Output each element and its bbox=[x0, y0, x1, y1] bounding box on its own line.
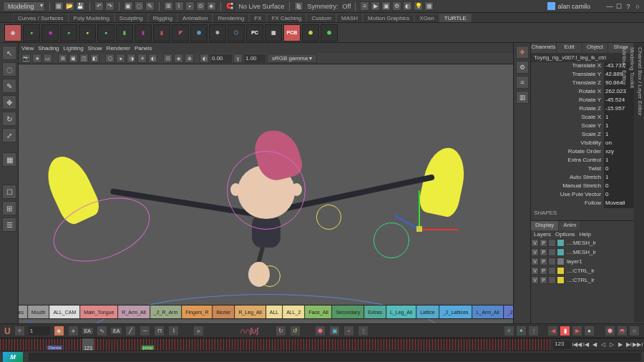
current-frame-field[interactable]: 123 bbox=[553, 341, 572, 349]
picker-button[interactable]: L_Leg_All bbox=[386, 305, 416, 318]
save-icon[interactable]: 💾 bbox=[76, 1, 85, 11]
red-flag-icon[interactable]: ▮ bbox=[560, 326, 570, 336]
user-avatar-icon[interactable] bbox=[547, 2, 555, 10]
linear-tangent-icon[interactable]: ╱ bbox=[125, 326, 136, 336]
step-back-icon[interactable]: ◀ bbox=[591, 341, 598, 348]
viewport-menu[interactable]: View bbox=[21, 45, 34, 52]
picker-button[interactable]: L_Arm_All bbox=[473, 305, 504, 318]
side-tab[interactable]: Modeling Toolkit bbox=[628, 43, 636, 323]
shelf-tab[interactable]: XGen bbox=[414, 14, 439, 22]
shelf-tab[interactable]: FX Caching bbox=[267, 14, 307, 22]
layer-name[interactable]: layer1 bbox=[567, 258, 582, 265]
layer-visibility-toggle[interactable]: V bbox=[531, 276, 539, 284]
shelf-tab[interactable]: MASH bbox=[336, 14, 363, 22]
shelf-icon[interactable]: ▦ bbox=[265, 24, 282, 41]
picker-button[interactable]: R_Arm_All bbox=[118, 305, 150, 318]
window-minimize-icon[interactable]: — bbox=[606, 3, 613, 10]
shelf-tab[interactable]: Rendering bbox=[213, 14, 249, 22]
shelf-icon[interactable]: ▮ bbox=[135, 24, 152, 41]
weighted-tangent-icon[interactable]: ⌇ bbox=[168, 326, 179, 336]
tool-settings-icon[interactable]: ⚙ bbox=[516, 61, 529, 74]
picker-button[interactable]: _2_R_Arm bbox=[150, 305, 182, 318]
viewport-menu[interactable]: Shading bbox=[38, 45, 59, 52]
select-tool-icon[interactable]: ↖ bbox=[2, 46, 16, 60]
layer-visibility-toggle[interactable]: V bbox=[531, 258, 539, 265]
selected-node-name[interactable]: Toyrig_rig_v007:l_leg_ik_ctrl bbox=[531, 53, 634, 62]
next-key-icon[interactable]: ▹ bbox=[193, 326, 204, 336]
layer-name[interactable]: ...:CTRL_lr bbox=[567, 277, 595, 283]
select-icon[interactable]: ▣ bbox=[124, 1, 133, 11]
symmetry-icon[interactable]: ⧎ bbox=[294, 1, 303, 11]
snap-grid-icon[interactable]: ⊞ bbox=[164, 1, 173, 11]
picker-button[interactable]: R_Leg_All bbox=[235, 305, 265, 318]
layer-menu[interactable]: Help bbox=[580, 231, 591, 238]
view-lights-icon[interactable]: ☀ bbox=[137, 54, 147, 63]
viewport-menu[interactable]: Lighting bbox=[64, 45, 84, 52]
layer-name[interactable]: ...:MESH_lr bbox=[567, 240, 596, 246]
tangent-icon[interactable]: ∿ bbox=[97, 326, 107, 336]
picker-button[interactable]: Lattice bbox=[416, 305, 439, 318]
set-key-icon[interactable]: ⎆ bbox=[68, 326, 79, 336]
open-icon[interactable]: 📂 bbox=[65, 1, 74, 11]
picker-button[interactable]: Mouth bbox=[28, 305, 49, 318]
cycle-offset-icon[interactable]: ↺ bbox=[290, 326, 301, 336]
play-back-icon[interactable]: ◁ bbox=[600, 341, 607, 348]
timeline-marker[interactable]: jump bbox=[142, 346, 154, 350]
side-tab[interactable]: Channel Box / Layer Editor bbox=[636, 43, 644, 323]
shelf-icon[interactable]: ● bbox=[23, 24, 40, 41]
shelf-tab[interactable]: Animation bbox=[177, 14, 213, 22]
hypershade-icon[interactable]: ◐ bbox=[403, 1, 412, 11]
shelf-icon[interactable]: ● bbox=[97, 24, 114, 41]
layer-name[interactable]: ...:MESH_lr bbox=[567, 249, 596, 255]
cycle-icon[interactable]: ↻ bbox=[275, 326, 286, 336]
view-textured-icon[interactable]: ◑ bbox=[127, 54, 136, 63]
goto-start-icon[interactable]: I◀◀ bbox=[573, 341, 581, 348]
shelf-tab[interactable]: TURTLE bbox=[439, 14, 472, 22]
picker-button[interactable]: _2_Lattices bbox=[439, 305, 473, 318]
viewport-menu[interactable]: Renderer bbox=[107, 45, 130, 52]
layer-row[interactable]: VPlayer1 bbox=[531, 257, 634, 266]
layer-playback-toggle[interactable]: P bbox=[540, 258, 547, 265]
prev-key-icon[interactable]: ✧ bbox=[504, 326, 514, 336]
picker-button[interactable]: ALL_2 bbox=[283, 305, 305, 318]
window-close-icon[interactable]: ○ bbox=[634, 3, 641, 10]
workspace-dropdown[interactable]: Modeling bbox=[3, 1, 45, 11]
paste-key-icon[interactable]: ▪ bbox=[343, 326, 354, 336]
modeling-toolkit-icon[interactable]: ▥ bbox=[516, 91, 529, 104]
next-key-icon[interactable]: ✦ bbox=[516, 326, 527, 336]
layer-playback-toggle[interactable]: P bbox=[540, 267, 547, 275]
construction-history-icon[interactable]: ≡ bbox=[360, 1, 369, 11]
layer-row[interactable]: VP...:MESH_lr bbox=[531, 248, 634, 257]
panel-layout-icon[interactable]: ▦ bbox=[424, 1, 434, 11]
step-tangent-icon[interactable]: ⊓ bbox=[154, 326, 165, 336]
picker-button[interactable]: _2_L_Arm bbox=[504, 305, 513, 318]
view-isolate-icon[interactable]: ⊡ bbox=[163, 54, 172, 63]
shelf-tab[interactable]: Poly Modeling bbox=[69, 14, 114, 22]
layer-display-type[interactable] bbox=[548, 239, 556, 247]
viewport-menu[interactable]: Panels bbox=[135, 45, 152, 52]
autokey-icon[interactable]: ✧ bbox=[14, 326, 25, 336]
timeline-marker[interactable]: Dance bbox=[47, 346, 62, 350]
copy-key-icon[interactable]: ▣ bbox=[329, 326, 340, 336]
bookmark-icon[interactable]: ⬢ bbox=[315, 326, 326, 336]
shelf-icon[interactable]: PCB bbox=[283, 24, 301, 41]
layer-playback-toggle[interactable]: P bbox=[540, 239, 547, 247]
goto-end-icon[interactable]: ▶▶I bbox=[634, 341, 642, 348]
view-select-camera-icon[interactable]: 📷 bbox=[21, 54, 31, 63]
shelf-icon[interactable]: ● bbox=[79, 24, 96, 41]
rotate-tool-icon[interactable]: ↻ bbox=[2, 112, 16, 126]
picker-button[interactable]: Main_Tongue bbox=[80, 305, 118, 318]
snap-point-icon[interactable]: • bbox=[185, 1, 195, 11]
scale-tool-icon[interactable]: ⤢ bbox=[2, 128, 16, 142]
ease-chip[interactable]: EA bbox=[82, 328, 93, 334]
colorspace-dropdown[interactable]: sRGB gamma ▾ bbox=[267, 54, 317, 63]
playhead[interactable]: 123 bbox=[82, 338, 94, 351]
picker-button[interactable]: Extras bbox=[364, 305, 386, 318]
live-surface-icon[interactable]: 🧲 bbox=[225, 1, 235, 11]
last-tool-icon[interactable]: ▦ bbox=[2, 152, 16, 167]
shelf-icon[interactable]: ● bbox=[60, 24, 77, 41]
view-image-plane-icon[interactable]: ▭ bbox=[43, 54, 52, 63]
side-tab[interactable]: Attribute Editor bbox=[620, 43, 628, 323]
view-exposure-icon[interactable]: ◐ bbox=[200, 54, 209, 63]
bake-icon[interactable]: ⋮ bbox=[358, 326, 369, 336]
